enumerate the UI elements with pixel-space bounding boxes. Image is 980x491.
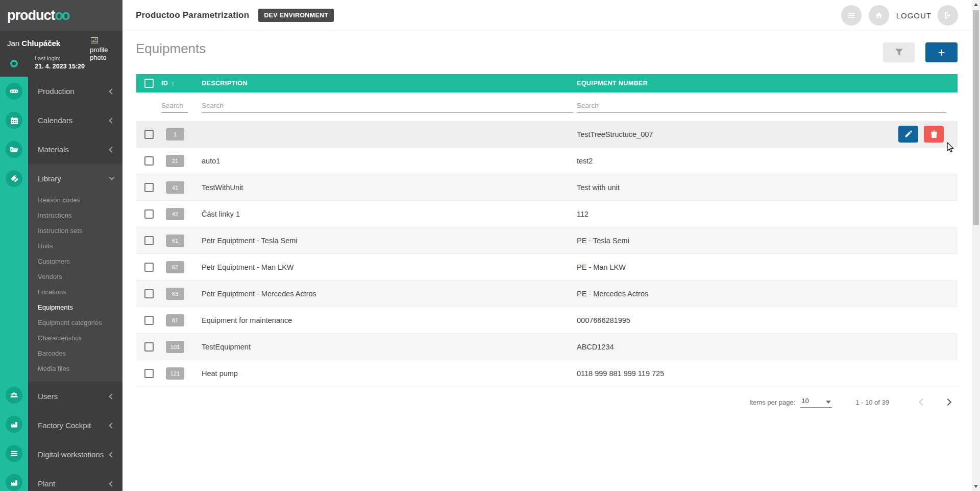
last-login-label: Last login: (35, 55, 85, 61)
column-header-description[interactable]: DESCRIPTION (202, 80, 577, 87)
sidebar-item-digital-workstations[interactable]: Digital workstations (28, 440, 122, 469)
row-checkbox[interactable] (144, 183, 154, 192)
row-description: Equipment for maintenance (202, 316, 577, 324)
folder-icon[interactable] (6, 141, 22, 158)
row-checkbox[interactable] (144, 209, 154, 219)
table-row[interactable]: 101 TestEquipment ABCD1234 (136, 334, 958, 360)
row-checkbox[interactable] (144, 289, 154, 298)
filter-button[interactable] (883, 42, 915, 62)
sidebar-subitem-locations[interactable]: Locations (28, 285, 122, 300)
row-description: Část linky 1 (202, 210, 577, 218)
row-description: Petr Equiptment - Mercedes Actros (202, 290, 577, 298)
scroll-down-arrow-icon[interactable] (974, 485, 978, 488)
row-equipment-number: PE - Man LKW (577, 263, 891, 271)
row-equipment-number: 0118 999 881 999 119 725 (577, 369, 891, 378)
sidebar-subitem-equipment-categories[interactable]: Equipment categories (28, 315, 122, 331)
sidebar-item-label: Calendars (38, 116, 110, 125)
row-checkbox[interactable] (144, 130, 154, 139)
profile-photo-broken-image: profile photo (90, 37, 119, 61)
home-icon[interactable] (869, 5, 889, 26)
row-checkbox[interactable] (144, 263, 154, 272)
table-row[interactable]: 62 Petr Equiptment - Man LKW PE - Man LK… (136, 254, 958, 280)
sidebar-subitem-media-files[interactable]: Media files (28, 361, 122, 377)
sidebar-subitem-instructions[interactable]: Instructions (28, 208, 122, 223)
sidebar-item-users[interactable]: Users (28, 382, 122, 411)
last-login-value: 21. 4. 2023 15:20 (35, 63, 85, 70)
sidebar-subitem-customers[interactable]: Customers (28, 254, 122, 269)
row-equipment-number: PE - Tesla Semi (577, 237, 891, 245)
calendar-icon[interactable] (6, 112, 22, 129)
sidebar-subitem-units[interactable]: Units (28, 239, 122, 254)
table-row[interactable]: 1 TestTreeStructuce_007 (136, 121, 958, 148)
topbar-actions: LOGOUT (841, 5, 958, 26)
table-row[interactable]: 21 auto1 test2 (136, 148, 958, 174)
factory-icon[interactable] (6, 474, 22, 491)
conveyor-icon[interactable] (6, 83, 22, 100)
scrollbar-thumb[interactable] (973, 10, 979, 225)
table-row[interactable]: 41 TestWithUnit Test with unit (136, 174, 958, 201)
row-id-badge: 81 (166, 314, 184, 326)
sidebar-item-materials[interactable]: Materials (28, 135, 122, 164)
sidebar-item-plant[interactable]: Plant (28, 469, 122, 491)
select-all-checkbox[interactable] (144, 79, 154, 88)
delete-row-button[interactable] (924, 126, 944, 143)
sidebar-subitem-barcodes[interactable]: Barcodes (28, 346, 122, 361)
row-checkbox[interactable] (144, 369, 154, 378)
sidebar-subitem-characteristics[interactable]: Characteristics (28, 331, 122, 346)
table-row[interactable]: 61 Petr Equiptment - Tesla Semi PE - Tes… (136, 227, 958, 254)
search-id-input[interactable] (161, 100, 188, 113)
row-checkbox[interactable] (144, 236, 154, 245)
logout-icon[interactable] (938, 5, 958, 26)
row-checkbox[interactable] (144, 156, 154, 166)
sidebar-subitem-instruction-sets[interactable]: Instruction sets (28, 223, 122, 239)
tags-icon[interactable] (6, 170, 22, 187)
column-header-id[interactable]: ID ↑ (161, 80, 202, 87)
sidebar-item-calendars[interactable]: Calendars (28, 106, 122, 135)
next-page-button[interactable] (944, 399, 951, 406)
row-checkbox[interactable] (144, 342, 154, 352)
column-header-equipment-number[interactable]: EQUIPMENT NUMBER (577, 80, 891, 87)
edit-row-button[interactable] (898, 126, 918, 143)
sidebar-subitem-equipments[interactable]: Equipments (28, 300, 122, 315)
search-equipment-number-input[interactable] (577, 100, 946, 113)
scroll-up-arrow-icon[interactable] (974, 3, 978, 6)
menu-list-icon[interactable] (841, 5, 862, 26)
vertical-scrollbar[interactable] (972, 0, 980, 491)
sidebar-item-factory-cockpit[interactable]: Factory Cockpit (28, 411, 122, 440)
row-id-badge: 63 (166, 288, 184, 300)
sidebar-subitem-reason-codes[interactable]: Reason codes (28, 193, 122, 208)
page-title: Equipments (136, 41, 206, 57)
add-equipment-button[interactable]: + (925, 42, 958, 62)
logo-accent-text: oo (55, 8, 69, 23)
row-equipment-number: test2 (577, 157, 891, 165)
sidebar-subitem-vendors[interactable]: Vendors (28, 269, 122, 285)
sidebar-library-group: Library Reason codes Instructions Instru… (28, 164, 122, 382)
caret-down-icon (826, 401, 831, 404)
productoo-logo[interactable]: productoo (7, 8, 69, 24)
table-row[interactable]: 42 Část linky 1 112 (136, 201, 958, 227)
sidebar-item-library[interactable]: Library (28, 164, 122, 193)
logout-button[interactable]: LOGOUT (896, 11, 932, 20)
search-description-input[interactable] (202, 100, 573, 113)
factory-icon[interactable] (6, 416, 22, 433)
chevron-left-icon (109, 423, 114, 428)
row-id-badge: 62 (166, 261, 184, 273)
row-id-badge: 21 (166, 155, 184, 167)
table-row[interactable]: 81 Equipment for maintenance 00076662819… (136, 307, 958, 334)
sidebar-item-production[interactable]: Production (28, 77, 122, 106)
row-id-badge: 1 (166, 128, 184, 141)
users-icon[interactable] (6, 387, 22, 404)
user-panel: Jan Chlupáček Last login: 21. 4. 2023 15… (0, 31, 122, 77)
items-per-page-select[interactable]: 10 (800, 397, 832, 408)
table-row[interactable]: 121 Heat pump 0118 999 881 999 119 725 (136, 360, 958, 387)
last-login: Last login: 21. 4. 2023 15:20 (35, 55, 85, 71)
row-checkbox[interactable] (144, 316, 154, 325)
table-row[interactable]: 63 Petr Equiptment - Mercedes Actros PE … (136, 280, 958, 307)
row-equipment-number: ABCD1234 (577, 343, 891, 351)
previous-page-button[interactable] (919, 399, 926, 406)
sidebar-item-label: Materials (38, 145, 110, 154)
row-id-badge: 61 (166, 235, 184, 247)
env-badge: DEV ENVIRONMENT (258, 9, 334, 22)
menu-lines-icon[interactable] (6, 445, 22, 462)
row-id-badge: 121 (166, 367, 184, 380)
